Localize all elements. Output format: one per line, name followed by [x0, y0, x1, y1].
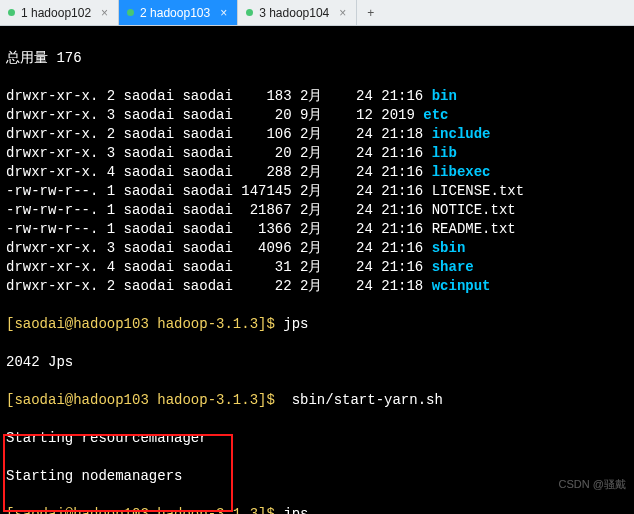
close-icon[interactable]: ×	[339, 6, 346, 20]
watermark: CSDN @骚戴	[559, 475, 626, 494]
prompt-line-2: [saodai@hadoop103 hadoop-3.1.3]$ sbin/st…	[6, 391, 628, 410]
add-tab-button[interactable]: +	[357, 0, 384, 25]
ls-total: 总用量 176	[6, 49, 628, 68]
plus-icon: +	[367, 6, 374, 20]
tab-bar: 1 hadoop102 × 2 hadoop103 × 3 hadoop104 …	[0, 0, 634, 26]
ls-row: drwxr-xr-x. 4 saodai saodai 288 2月 24 21…	[6, 163, 628, 182]
prompt-line-3: [saodai@hadoop103 hadoop-3.1.3]$ jps	[6, 505, 628, 514]
terminal-output[interactable]: 总用量 176 drwxr-xr-x. 2 saodai saodai 183 …	[0, 26, 634, 514]
tab-label: 1 hadoop102	[21, 6, 91, 20]
ls-row: -rw-rw-r--. 1 saodai saodai 147145 2月 24…	[6, 182, 628, 201]
ls-row: drwxr-xr-x. 3 saodai saodai 20 2月 24 21:…	[6, 144, 628, 163]
tab-hadoop102[interactable]: 1 hadoop102 ×	[0, 0, 119, 25]
jps-output-1: 2042 Jps	[6, 353, 628, 372]
ls-row: drwxr-xr-x. 4 saodai saodai 31 2月 24 21:…	[6, 258, 628, 277]
ls-row: drwxr-xr-x. 3 saodai saodai 20 9月 12 201…	[6, 106, 628, 125]
status-dot-icon	[8, 9, 15, 16]
yarn-start-1: Starting resourcemanager	[6, 429, 628, 448]
close-icon[interactable]: ×	[220, 6, 227, 20]
status-dot-icon	[246, 9, 253, 16]
tab-label: 3 hadoop104	[259, 6, 329, 20]
ls-listing: drwxr-xr-x. 2 saodai saodai 183 2月 24 21…	[6, 87, 628, 296]
status-dot-icon	[127, 9, 134, 16]
ls-row: drwxr-xr-x. 2 saodai saodai 22 2月 24 21:…	[6, 277, 628, 296]
tab-label: 2 hadoop103	[140, 6, 210, 20]
ls-row: drwxr-xr-x. 3 saodai saodai 4096 2月 24 2…	[6, 239, 628, 258]
tab-hadoop103[interactable]: 2 hadoop103 ×	[119, 0, 238, 25]
tab-hadoop104[interactable]: 3 hadoop104 ×	[238, 0, 357, 25]
ls-row: -rw-rw-r--. 1 saodai saodai 21867 2月 24 …	[6, 201, 628, 220]
ls-row: drwxr-xr-x. 2 saodai saodai 106 2月 24 21…	[6, 125, 628, 144]
ls-row: -rw-rw-r--. 1 saodai saodai 1366 2月 24 2…	[6, 220, 628, 239]
ls-row: drwxr-xr-x. 2 saodai saodai 183 2月 24 21…	[6, 87, 628, 106]
yarn-start-2: Starting nodemanagers	[6, 467, 628, 486]
prompt-line-1: [saodai@hadoop103 hadoop-3.1.3]$ jps	[6, 315, 628, 334]
close-icon[interactable]: ×	[101, 6, 108, 20]
